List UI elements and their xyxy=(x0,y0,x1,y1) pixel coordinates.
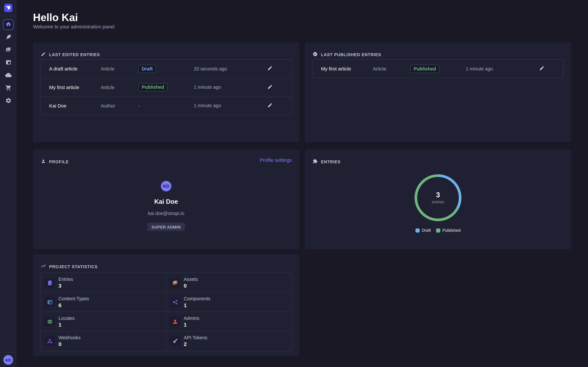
strapi-logo-icon[interactable] xyxy=(4,4,12,12)
status-cell: - xyxy=(138,103,194,108)
last-edited-table: A draft article Article Draft 20 seconds… xyxy=(41,59,292,115)
admins-person-icon xyxy=(170,316,180,327)
sidebar-item-content-type-builder[interactable] xyxy=(3,58,13,68)
components-nodes-icon xyxy=(170,297,180,307)
table-row: My first article Article Published 1 min… xyxy=(41,78,291,96)
profile-card: PROFILE Profile settings KD Kai Doe kai.… xyxy=(33,150,299,249)
status-cell: Published xyxy=(410,65,466,73)
trending-up-icon xyxy=(41,263,46,270)
legend-item-published: Published xyxy=(436,228,461,233)
pencil-icon xyxy=(267,85,273,90)
entry-time: 1 minute ago xyxy=(194,103,263,108)
pencil-icon xyxy=(267,66,273,72)
stat-value: 2 xyxy=(184,341,208,347)
webhooks-icon xyxy=(45,336,55,346)
shopping-cart-icon xyxy=(5,85,11,92)
entries-unit: entries xyxy=(432,200,444,204)
card-title: PROFILE xyxy=(49,159,69,164)
pencil-icon xyxy=(41,51,46,58)
sidebar-item-settings[interactable] xyxy=(3,96,13,106)
entries-docs-icon xyxy=(45,277,55,288)
sidebar-item-marketplace[interactable] xyxy=(3,83,13,94)
cloud-icon xyxy=(5,72,11,79)
card-title: LAST PUBLISHED ENTRIES xyxy=(321,52,381,57)
entry-type: Article xyxy=(101,84,138,90)
sidebar-nav xyxy=(3,19,13,352)
table-row: My first article Article Published 1 min… xyxy=(313,59,563,78)
profile-email: kai.doe@strapi.io xyxy=(148,211,184,216)
published-swatch-icon xyxy=(436,228,440,232)
donut-center-label: 3 entries xyxy=(414,174,462,221)
stat-value: 3 xyxy=(59,283,73,289)
card-header: LAST PUBLISHED ENTRIES xyxy=(313,51,381,58)
stat-locales: Locales1 xyxy=(41,312,166,332)
sidebar-item-content-manager[interactable] xyxy=(3,32,13,42)
stat-api-tokens: API Tokens2 xyxy=(166,332,291,351)
stat-label: API Tokens xyxy=(184,335,208,340)
stat-label: Locales xyxy=(59,316,75,321)
stat-admins: Admins1 xyxy=(166,312,291,332)
check-circle-icon xyxy=(313,51,318,58)
gear-icon xyxy=(5,97,11,105)
layout-icon xyxy=(5,59,11,67)
main-sidebar: KD xyxy=(0,0,17,367)
legend-item-draft: Draft xyxy=(415,228,431,233)
card-header: ENTRIES xyxy=(313,158,341,165)
entry-name: Kai Doe xyxy=(49,103,101,108)
status-cell: Draft xyxy=(138,65,194,73)
entry-name: My first article xyxy=(321,66,373,71)
entry-name: A draft article xyxy=(49,66,101,71)
stat-content-types: Content-Types6 xyxy=(41,292,166,312)
stat-label: Entries xyxy=(59,277,73,282)
stat-label: Content-Types xyxy=(59,296,89,301)
table-row: A draft article Article Draft 20 seconds… xyxy=(41,59,291,78)
card-title: PROJECT STATISTICS xyxy=(49,264,98,269)
sidebar-item-media-library[interactable] xyxy=(3,45,13,55)
card-title: ENTRIES xyxy=(321,159,341,164)
sidebar-item-deploy[interactable] xyxy=(3,70,13,81)
entry-type: Author xyxy=(101,103,138,108)
entries-donut-chart: 3 entries xyxy=(414,174,462,221)
stat-value: 6 xyxy=(59,302,89,308)
puzzle-icon xyxy=(313,158,318,165)
entries-card: ENTRIES 3 entries Draft Published xyxy=(305,150,571,249)
stat-components: Components1 xyxy=(166,292,291,312)
entry-type: Article xyxy=(101,66,138,71)
profile-settings-link[interactable]: Profile settings xyxy=(260,157,292,163)
stat-value: 0 xyxy=(184,283,198,289)
edit-entry-button[interactable] xyxy=(267,66,273,72)
locales-globe-icon xyxy=(45,316,55,327)
stat-label: Webhooks xyxy=(59,335,80,340)
entry-type: Article xyxy=(373,66,410,71)
sidebar-footer: KD xyxy=(0,352,17,367)
chart-legend: Draft Published xyxy=(305,228,571,233)
profile-avatar: KD xyxy=(161,181,171,191)
feather-icon xyxy=(5,34,11,41)
last-edited-entries-card: LAST EDITED ENTRIES A draft article Arti… xyxy=(33,42,299,142)
profile-body: KD Kai Doe kai.doe@strapi.io SUPER ADMIN xyxy=(33,181,299,231)
stat-value: 1 xyxy=(184,302,210,308)
status-badge: Draft xyxy=(138,65,156,73)
card-header: LAST EDITED ENTRIES xyxy=(41,51,100,58)
page-subtitle: Welcome to your administration panel xyxy=(33,24,114,30)
stat-label: Components xyxy=(184,296,210,301)
edit-entry-button[interactable] xyxy=(267,102,273,109)
table-row: Kai Doe Author - 1 minute ago xyxy=(41,96,291,115)
entry-time: 1 minute ago xyxy=(466,66,535,71)
status-cell: Published xyxy=(138,83,194,92)
last-published-table: My first article Article Published 1 min… xyxy=(312,59,564,78)
stat-value: 0 xyxy=(59,341,80,347)
entry-time: 1 minute ago xyxy=(194,85,263,90)
status-badge: Published xyxy=(410,65,439,73)
assets-picture-icon xyxy=(170,277,180,288)
user-avatar[interactable]: KD xyxy=(3,355,13,365)
profile-name: Kai Doe xyxy=(154,198,178,206)
pencil-icon xyxy=(539,66,545,72)
content-types-layout-icon xyxy=(45,297,55,307)
sidebar-item-home[interactable] xyxy=(3,19,13,30)
stat-webhooks: Webhooks0 xyxy=(41,332,166,351)
edit-entry-button[interactable] xyxy=(539,66,545,72)
edit-entry-button[interactable] xyxy=(267,84,273,90)
page-title: Hello Kai xyxy=(33,12,78,24)
status-badge: Published xyxy=(138,83,167,92)
